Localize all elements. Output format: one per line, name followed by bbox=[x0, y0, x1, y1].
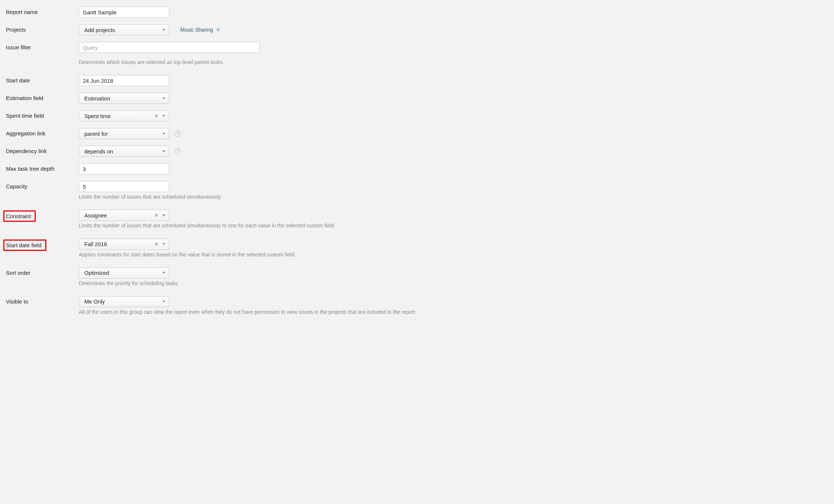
clear-constraint-icon[interactable]: ✕ bbox=[153, 213, 160, 218]
spent-time-field-select[interactable]: Spent time ✕ bbox=[79, 110, 169, 121]
visible-to-select-text: Me Only bbox=[84, 298, 160, 305]
remove-project-icon[interactable]: ✕ bbox=[216, 27, 220, 32]
aggregation-link-select-text: parent for bbox=[84, 131, 160, 137]
chevron-down-icon bbox=[162, 133, 165, 135]
chevron-down-icon bbox=[162, 301, 165, 302]
chevron-down-icon bbox=[162, 29, 165, 31]
sort-order-label: Sort order bbox=[6, 267, 79, 276]
visible-to-hint: All of the users in this group can view … bbox=[79, 309, 828, 315]
estimation-field-select-text: Estimation bbox=[84, 95, 160, 102]
chevron-down-icon bbox=[162, 243, 165, 245]
project-tag-label: Music Sharing bbox=[180, 27, 213, 33]
max-depth-input[interactable] bbox=[79, 163, 169, 174]
spent-time-field-label: Spent time field bbox=[6, 110, 79, 119]
start-date-input[interactable] bbox=[79, 75, 169, 86]
constraint-label: Constraint bbox=[6, 213, 31, 219]
constraint-select-text: Assignee bbox=[84, 212, 153, 219]
project-tag: Music Sharing ✕ bbox=[176, 25, 223, 34]
chevron-down-icon bbox=[162, 272, 165, 274]
issue-filter-input[interactable] bbox=[79, 42, 260, 53]
start-date-field-label-highlight: Start date field bbox=[3, 239, 46, 251]
add-projects-select[interactable]: Add projects bbox=[79, 24, 169, 35]
capacity-input[interactable] bbox=[79, 181, 169, 192]
constraint-select[interactable]: Assignee ✕ bbox=[79, 210, 169, 221]
aggregation-link-label: Aggregation link bbox=[6, 128, 79, 136]
dependency-link-select-text: depends on bbox=[84, 148, 160, 155]
chevron-down-icon bbox=[162, 150, 165, 152]
chevron-down-icon bbox=[162, 115, 165, 117]
start-date-label: Start date bbox=[6, 75, 79, 84]
sort-order-select[interactable]: Optimized bbox=[79, 267, 169, 278]
aggregation-link-select[interactable]: parent for bbox=[79, 128, 169, 139]
sort-order-select-text: Optimized bbox=[84, 270, 160, 276]
add-projects-select-text: Add projects bbox=[84, 27, 160, 33]
projects-label: Projects bbox=[6, 24, 79, 33]
clear-spent-time-icon[interactable]: ✕ bbox=[153, 113, 160, 118]
estimation-field-label: Estimation field bbox=[6, 93, 79, 101]
spent-time-field-select-text: Spent time bbox=[84, 113, 153, 119]
chevron-down-icon bbox=[162, 97, 165, 99]
issue-filter-label: Issue filter bbox=[6, 42, 79, 50]
visible-to-label: Visible to bbox=[6, 296, 79, 305]
max-depth-label: Max task tree depth bbox=[6, 163, 79, 172]
help-icon[interactable]: ? bbox=[174, 130, 181, 137]
sort-order-hint: Determines the priority for scheduling t… bbox=[79, 280, 828, 287]
start-date-field-label: Start date field bbox=[6, 242, 42, 248]
visible-to-select[interactable]: Me Only bbox=[79, 296, 169, 307]
start-date-field-select-text: Fall 2018 bbox=[84, 241, 153, 247]
dependency-link-select[interactable]: depends on bbox=[79, 146, 169, 157]
constraint-label-highlight: Constraint bbox=[3, 210, 36, 222]
report-name-label: Report name bbox=[6, 7, 79, 15]
estimation-field-select[interactable]: Estimation bbox=[79, 93, 169, 104]
chevron-down-icon bbox=[162, 214, 165, 216]
dependency-link-label: Dependency link bbox=[6, 146, 79, 154]
capacity-hint: Limits the number of issues that are sch… bbox=[79, 194, 828, 200]
capacity-label: Capacity bbox=[6, 181, 79, 189]
start-date-field-select[interactable]: Fall 2018 ✕ bbox=[79, 239, 169, 250]
start-date-field-hint: Applies constraints for start dates base… bbox=[79, 251, 828, 258]
help-icon[interactable]: ? bbox=[174, 148, 181, 155]
clear-start-date-field-icon[interactable]: ✕ bbox=[153, 242, 160, 247]
issue-filter-hint: Determines which issues are selected as … bbox=[79, 59, 828, 65]
report-name-input[interactable] bbox=[79, 7, 169, 18]
constraint-hint: Limits the number of issues that are sch… bbox=[79, 222, 828, 229]
